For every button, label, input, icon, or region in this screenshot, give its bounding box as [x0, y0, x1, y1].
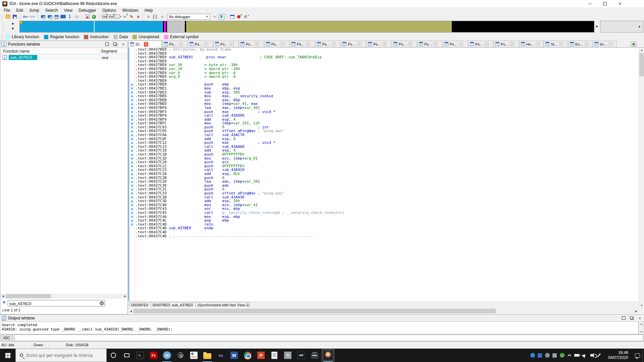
idc-command-input[interactable]: [14, 335, 643, 341]
scroll-left-icon[interactable]: ◀: [128, 308, 133, 314]
menu-item[interactable]: Search: [42, 8, 61, 13]
debugger-start-icon[interactable]: ▶: [146, 13, 152, 20]
view-tab-im[interactable]: Im...×: [593, 41, 617, 47]
view-tab-ps[interactable]: Ps...×: [315, 41, 340, 47]
disassembly-horizontal-scrollbar[interactable]: ◀ ▶: [128, 308, 639, 314]
functions-window-header[interactable]: f Functions window ×: [0, 41, 127, 48]
taskbar-clock[interactable]: 16:46 04/07/2020: [608, 350, 628, 360]
davinci-resolve-icon[interactable]: DR: [294, 349, 308, 362]
search-text-icon[interactable]: T: [46, 13, 53, 20]
window-list-icon[interactable]: ▦: [631, 41, 637, 47]
band-scroll-right-icon[interactable]: ▶: [596, 25, 598, 28]
gray-app-icon[interactable]: N: [281, 349, 294, 362]
make-name-icon[interactable]: A▾: [115, 13, 121, 20]
navband-segment[interactable]: [452, 21, 594, 32]
jump-address-icon[interactable]: ⤵: [66, 13, 73, 20]
menu-item[interactable]: Edit: [13, 8, 26, 13]
view-tab-ps[interactable]: Ps...×: [162, 41, 187, 47]
panel-maximize-icon[interactable]: [104, 42, 110, 47]
hidden-icons-chevron[interactable]: [566, 349, 573, 362]
band-scale-dropdown[interactable]: ▼: [600, 21, 643, 33]
visual-studio-icon[interactable]: ∞: [214, 349, 227, 362]
start-button[interactable]: [0, 349, 15, 362]
tab-close-icon[interactable]: ×: [204, 42, 208, 46]
tab-close-icon[interactable]: ×: [255, 42, 259, 46]
clear-search-icon[interactable]: ×: [100, 301, 104, 305]
panel-maximize-icon[interactable]: [621, 315, 627, 321]
view-tab-ps[interactable]: Ps...×: [188, 41, 213, 47]
add-breakpoint-icon[interactable]: +: [235, 13, 242, 20]
task-view-icon[interactable]: [120, 349, 133, 362]
search-icon[interactable]: [60, 13, 66, 20]
navband-segment[interactable]: [20, 21, 94, 32]
navigate-back-icon[interactable]: ⇦▾: [22, 13, 29, 20]
output-vertical-scrollbar[interactable]: ▲ ▼: [639, 321, 644, 334]
scroll-right-icon[interactable]: ▶: [123, 294, 127, 299]
close-button[interactable]: ×: [612, 0, 628, 7]
open-debug-windows-icon[interactable]: [229, 13, 235, 20]
scrollbar-thumb[interactable]: [133, 309, 496, 313]
idc-button[interactable]: IDC: [1, 335, 13, 341]
view-tab-ps[interactable]: Ps...×: [468, 41, 493, 47]
tray-onedrive-icon[interactable]: [544, 349, 551, 362]
menu-item[interactable]: Help: [142, 8, 156, 13]
network-icon[interactable]: [581, 349, 588, 362]
step-over-icon[interactable]: ↪: [211, 13, 218, 20]
view-tab-ps[interactable]: Ps...×: [290, 41, 315, 47]
view-tab-ps[interactable]: Ps...×: [417, 41, 442, 47]
navigate-forward-icon[interactable]: ⇨▾: [29, 13, 36, 20]
tab-close-icon[interactable]: ×: [408, 42, 412, 46]
tab-close-icon[interactable]: ×: [608, 42, 613, 46]
column-segment[interactable]: Segment: [101, 49, 117, 54]
tray-skype-icon[interactable]: [529, 349, 536, 362]
scroll-down-icon[interactable]: ▼: [639, 303, 644, 308]
tab-close-icon[interactable]: ×: [459, 42, 463, 46]
tray-app-blue-icon[interactable]: [536, 349, 544, 362]
scroll-up-icon[interactable]: ▲: [639, 48, 644, 53]
tab-close-icon[interactable]: ×: [382, 42, 387, 46]
tab-close-icon[interactable]: ×: [229, 42, 234, 46]
navigation-band[interactable]: [19, 21, 594, 33]
scroll-up-icon[interactable]: ▲: [639, 322, 644, 326]
functions-search-input[interactable]: [8, 301, 105, 307]
debugger-pause-icon[interactable]: ▌▌: [152, 13, 159, 20]
tab-close-icon[interactable]: ×: [559, 42, 564, 46]
output-window-header[interactable]: Output window ×: [0, 315, 644, 321]
view-tab-ps[interactable]: Ps...×: [213, 41, 238, 47]
problems-icon[interactable]: [84, 13, 91, 20]
ida-taskbar-icon[interactable]: [321, 349, 335, 362]
view-tab-ps[interactable]: Ps...×: [341, 41, 366, 47]
save-icon[interactable]: [11, 13, 18, 20]
show-desktop-button[interactable]: [642, 349, 644, 362]
tab-close-icon[interactable]: ×: [433, 42, 438, 46]
make-code-icon[interactable]: CODE+: [101, 13, 108, 20]
make-string-icon[interactable]: 's'+: [121, 13, 128, 20]
panel-close-icon[interactable]: ×: [637, 315, 643, 321]
view-tab-he[interactable]: He...×: [519, 41, 543, 47]
tab-close-icon[interactable]: ×: [280, 42, 285, 46]
make-data-icon[interactable]: DATA+: [108, 13, 115, 20]
maximize-button[interactable]: [597, 0, 612, 7]
band-zoom-out-icon[interactable]: ▶: [12, 21, 17, 26]
taskbar-search[interactable]: [15, 349, 107, 362]
functions-horizontal-scrollbar[interactable]: ◀ ▶: [1, 294, 127, 299]
output-log[interactable]: Search completed43A910: using guessed ty…: [0, 321, 639, 334]
tab-close-icon[interactable]: ×: [357, 42, 361, 46]
tab-close-icon[interactable]: ×: [536, 42, 540, 46]
function-list-row[interactable]: f sub_4376C0 .text: [0, 55, 127, 60]
debugger-selector[interactable]: No debugger ▼: [167, 14, 210, 20]
navband-segment[interactable]: [186, 21, 451, 32]
volume-icon[interactable]: [588, 349, 595, 362]
view-tab-ps[interactable]: Ps...×: [494, 41, 519, 47]
scrollbar-thumb[interactable]: [639, 53, 644, 76]
contact-card-icon[interactable]: [187, 349, 201, 362]
taskbar-search-input[interactable]: [26, 353, 100, 358]
debugger-stop-icon[interactable]: ■: [159, 13, 166, 20]
disassembly-view[interactable]: .text:00437BE0 ; Attributes: bp-based fr…: [128, 48, 639, 301]
settings-gear-icon[interactable]: [174, 349, 187, 362]
powerpoint-icon[interactable]: P: [254, 349, 268, 362]
edit-function-icon[interactable]: ✎: [128, 13, 135, 20]
jump-name-icon[interactable]: (a): [73, 13, 80, 20]
panel-close-icon[interactable]: ×: [120, 42, 126, 47]
filezilla-icon[interactable]: Fz: [147, 349, 160, 362]
